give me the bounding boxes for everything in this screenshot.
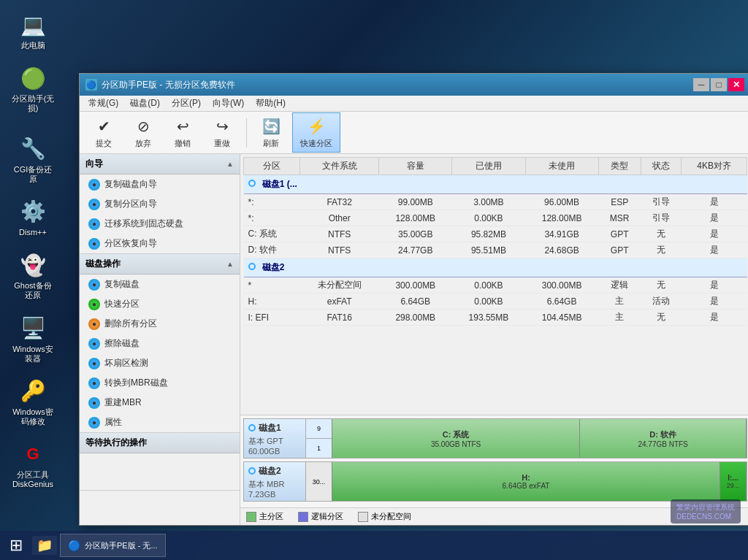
- table-row[interactable]: * 未分配空间 300.00MB 0.00KB 300.00MB 逻辑 无 是: [244, 277, 747, 294]
- sidebar-item-properties[interactable]: ● 属性: [80, 413, 240, 432]
- undo-button[interactable]: ↩ 撤销: [164, 112, 201, 153]
- sidebar-item-copy-partition[interactable]: ● 复制分区向导: [80, 194, 240, 214]
- desktop-icon-win-password[interactable]: 🔑 Windows密码修改: [7, 374, 58, 429]
- properties-label: 属性: [104, 416, 122, 429]
- start-button[interactable]: ⊞: [3, 532, 29, 559]
- d1r1-used: 3.00MB: [452, 194, 525, 210]
- d1r1-type: ESP: [598, 194, 641, 210]
- disk1-header-row: 磁盘1 (...: [244, 175, 747, 194]
- desktop-icon-my-computer[interactable]: 💻 此电脑: [7, 7, 58, 53]
- disk2-h-size: 6.64GB exFAT: [503, 482, 550, 490]
- table-row[interactable]: D: 软件 NTFS 24.77GB 95.51MB 24.68GB GPT 无…: [244, 242, 747, 258]
- d2r2-status: 活动: [641, 294, 682, 310]
- refresh-button[interactable]: 🔄 刷新: [253, 112, 289, 153]
- d1r3-align: 是: [682, 226, 747, 242]
- menu-bar: 常规(G) 磁盘(D) 分区(P) 向导(W) 帮助(H): [80, 96, 748, 112]
- menu-disk[interactable]: 磁盘(D): [124, 96, 166, 111]
- unalloc-label: 未分配空间: [371, 511, 411, 522]
- menu-wizard[interactable]: 向导(W): [207, 96, 250, 111]
- d1r3-partition: C: 系统: [244, 226, 300, 242]
- d1r4-used: 95.51MB: [452, 242, 525, 258]
- sidebar-item-quick-partition[interactable]: ● 快速分区: [80, 294, 240, 314]
- unalloc-color-swatch: [358, 512, 368, 522]
- table-row[interactable]: I: EFI FAT16 298.00MB 193.55MB 104.45MB …: [244, 310, 747, 326]
- d1r3-fs: NTFS: [300, 226, 379, 242]
- d1r4-type: GPT: [598, 242, 641, 258]
- disk2-visual: 磁盘2 基本 MBR 7.23GB 30... H: 6.64GB: [243, 461, 747, 502]
- title-bar: 🔵 分区助手PE版 - 无损分区免费软件 ─ □ ✕: [80, 74, 748, 96]
- col-unused: 未使用: [525, 158, 598, 175]
- menu-partition[interactable]: 分区(P): [166, 96, 207, 111]
- partition-recovery-label: 分区恢复向导: [104, 237, 157, 250]
- minimize-button[interactable]: ─: [693, 78, 709, 91]
- desktop-icon-win-installer[interactable]: 🖥️ Windows安装器: [7, 311, 58, 367]
- wizard-collapse-icon: ▲: [226, 160, 234, 168]
- desktop-icon-partition-assistant[interactable]: 🟢 分区助手(无损): [7, 61, 58, 116]
- redo-icon: ↪: [212, 116, 232, 137]
- sidebar-item-wipe[interactable]: ● 擦除磁盘: [80, 334, 240, 353]
- quick-partition-button[interactable]: ⚡ 快速分区: [292, 112, 340, 153]
- refresh-icon: 🔄: [261, 116, 281, 137]
- d1r4-fs: NTFS: [300, 242, 379, 258]
- discard-button[interactable]: ⊘ 放弃: [125, 112, 161, 153]
- d2r3-type: 主: [598, 310, 641, 326]
- d1r1-unused: 96.00MB: [525, 194, 598, 210]
- undo-label: 撤销: [175, 138, 191, 149]
- d2r1-align: 是: [682, 277, 747, 294]
- disk2-h-partition[interactable]: H: 6.64GB exFAT: [332, 462, 720, 501]
- submit-label: 提交: [96, 138, 112, 149]
- partition-assistant-icon: 🟢: [18, 64, 47, 93]
- sidebar-item-bad-sector[interactable]: ● 坏扇区检测: [80, 353, 240, 373]
- disk-ops-header[interactable]: 磁盘操作 ▲: [80, 254, 240, 275]
- maximize-button[interactable]: □: [711, 78, 727, 91]
- disk2-i-label: I:...: [728, 474, 738, 482]
- submit-button[interactable]: ✔ 提交: [85, 112, 122, 153]
- table-row[interactable]: *: Other 128.00MB 0.00KB 128.00MB MSR 引导…: [244, 210, 747, 226]
- disk2-type: 基本 MBR: [248, 479, 285, 490]
- sidebar-item-convert-mbr[interactable]: ● 转换到MBR磁盘: [80, 373, 240, 393]
- desktop-icon-dism[interactable]: ⚙️ Dism++: [7, 194, 58, 240]
- sidebar-item-partition-recovery[interactable]: ● 分区恢复向导: [80, 234, 240, 253]
- disk1-c-size: 35.00GB NTFS: [431, 440, 481, 448]
- disk1-c-partition[interactable]: C: 系统 35.00GB NTFS: [332, 419, 580, 458]
- table-row[interactable]: *: FAT32 99.00MB 3.00MB 96.00MB ESP 引导 是: [244, 194, 747, 210]
- d1r3-type: GPT: [598, 226, 641, 242]
- sidebar-item-delete-all[interactable]: ● 删除所有分区: [80, 314, 240, 334]
- disk2-header-row: 磁盘2: [244, 258, 747, 277]
- sidebar-item-migrate-ssd[interactable]: ● 迁移系统到固态硬盘: [80, 214, 240, 234]
- menu-general[interactable]: 常规(G): [83, 96, 124, 111]
- table-row[interactable]: C: 系统 NTFS 35.00GB 95.82MB 34.91GB GPT 无…: [244, 226, 747, 242]
- start-icon: ⊞: [9, 536, 23, 555]
- wizard-header-label: 向导: [85, 158, 103, 170]
- disk1-msr-mini[interactable]: 1: [306, 439, 332, 458]
- ghost-label: Ghost备份还原: [10, 281, 56, 300]
- menu-help[interactable]: 帮助(H): [250, 96, 291, 111]
- disk2-unalloc[interactable]: 30...: [306, 462, 332, 501]
- disk1-header-label: 磁盘1 (...: [262, 179, 297, 189]
- taskbar-app-partition[interactable]: 🔵 分区助手PE版 - 无...: [60, 534, 166, 557]
- win-installer-icon: 🖥️: [18, 314, 47, 343]
- disk1-esp-mini[interactable]: 9: [306, 419, 332, 439]
- desktop-icon-cgi-backup[interactable]: 🔧 CGI备份还原: [7, 131, 58, 187]
- disk2-i-partition[interactable]: I:... 29...: [720, 462, 747, 501]
- right-panel: 分区 文件系统 容量 已使用 未使用 类型 状态 4KB对齐: [240, 154, 748, 525]
- d1r3-unused: 34.91GB: [525, 226, 598, 242]
- desktop-icon-ghost[interactable]: 👻 Ghost备份还原: [7, 248, 58, 303]
- close-button[interactable]: ✕: [728, 78, 744, 91]
- wizard-header[interactable]: 向导 ▲: [80, 154, 240, 174]
- col-fs: 文件系统: [300, 158, 379, 175]
- desktop-icon-diskgenius[interactable]: G 分区工具DiskGenius: [7, 437, 58, 492]
- pending-header[interactable]: 等待执行的操作: [80, 433, 240, 453]
- d2r2-capacity: 6.64GB: [379, 294, 452, 310]
- disk1-name: 磁盘1: [259, 422, 281, 434]
- taskbar-file-explorer[interactable]: 📁: [32, 536, 57, 555]
- app-window: 🔵 分区助手PE版 - 无损分区免费软件 ─ □ ✕ 常规(G) 磁盘(D) 分…: [79, 73, 748, 526]
- d1r3-capacity: 35.00GB: [379, 226, 452, 242]
- delete-all-label: 删除所有分区: [104, 318, 157, 330]
- sidebar-item-copy-disk[interactable]: ● 复制磁盘向导: [80, 174, 240, 194]
- disk1-d-partition[interactable]: D: 软件 24.77GB NTFS: [580, 419, 747, 458]
- table-row[interactable]: H: exFAT 6.64GB 0.00KB 6.64GB 主 活动 是: [244, 294, 747, 310]
- redo-button[interactable]: ↪ 重做: [204, 112, 240, 153]
- sidebar-item-copy-disk2[interactable]: ● 复制磁盘: [80, 275, 240, 294]
- sidebar-item-rebuild-mbr[interactable]: ● 重建MBR: [80, 393, 240, 413]
